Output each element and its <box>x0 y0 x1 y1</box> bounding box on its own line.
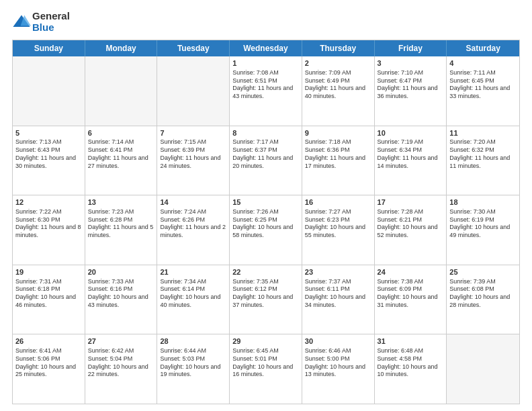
day-number: 28 <box>160 336 226 347</box>
day-info: Sunrise: 7:23 AM Sunset: 6:28 PM Dayligh… <box>88 208 154 240</box>
day-cell-20: 20Sunrise: 7:33 AM Sunset: 6:16 PM Dayli… <box>85 265 158 334</box>
day-info: Sunrise: 7:33 AM Sunset: 6:16 PM Dayligh… <box>88 278 154 310</box>
calendar-header: SundayMondayTuesdayWednesdayThursdayFrid… <box>13 40 519 56</box>
day-cell-27: 27Sunrise: 6:42 AM Sunset: 5:04 PM Dayli… <box>85 334 158 404</box>
day-number: 10 <box>378 128 444 138</box>
day-cell-22: 22Sunrise: 7:35 AM Sunset: 6:12 PM Dayli… <box>230 265 302 334</box>
day-number: 1 <box>232 58 299 68</box>
day-number: 14 <box>160 197 226 208</box>
day-cell-5: 5Sunrise: 7:13 AM Sunset: 6:43 PM Daylig… <box>13 126 85 195</box>
weekday-header-tuesday: Tuesday <box>157 40 230 56</box>
logo-icon <box>12 13 31 32</box>
day-info: Sunrise: 6:44 AM Sunset: 5:03 PM Dayligh… <box>160 347 226 379</box>
header: General Blue <box>12 11 520 33</box>
day-info: Sunrise: 7:30 AM Sunset: 6:19 PM Dayligh… <box>449 208 517 240</box>
day-number: 18 <box>449 197 517 208</box>
day-info: Sunrise: 7:22 AM Sunset: 6:30 PM Dayligh… <box>15 208 82 240</box>
day-number: 17 <box>378 197 444 208</box>
day-number: 21 <box>160 267 226 277</box>
day-cell-14: 14Sunrise: 7:24 AM Sunset: 6:26 PM Dayli… <box>157 195 230 265</box>
day-info: Sunrise: 7:14 AM Sunset: 6:41 PM Dayligh… <box>88 138 154 170</box>
day-number: 15 <box>232 197 299 208</box>
day-info: Sunrise: 7:27 AM Sunset: 6:23 PM Dayligh… <box>305 208 371 240</box>
day-cell-23: 23Sunrise: 7:37 AM Sunset: 6:11 PM Dayli… <box>302 265 375 334</box>
weekday-header-thursday: Thursday <box>302 40 375 56</box>
day-number: 19 <box>15 267 82 277</box>
day-info: Sunrise: 7:35 AM Sunset: 6:12 PM Dayligh… <box>232 278 299 310</box>
day-cell-15: 15Sunrise: 7:26 AM Sunset: 6:25 PM Dayli… <box>230 195 302 265</box>
calendar-row-4: 19Sunrise: 7:31 AM Sunset: 6:18 PM Dayli… <box>13 265 519 334</box>
day-number: 30 <box>305 336 371 347</box>
day-info: Sunrise: 7:09 AM Sunset: 6:49 PM Dayligh… <box>305 69 371 101</box>
day-cell-13: 13Sunrise: 7:23 AM Sunset: 6:28 PM Dayli… <box>85 195 158 265</box>
day-info: Sunrise: 7:08 AM Sunset: 6:51 PM Dayligh… <box>232 69 299 101</box>
day-cell-29: 29Sunrise: 6:45 AM Sunset: 5:01 PM Dayli… <box>230 334 302 404</box>
day-cell-2: 2Sunrise: 7:09 AM Sunset: 6:49 PM Daylig… <box>302 56 375 126</box>
day-number: 31 <box>378 336 444 347</box>
day-number: 4 <box>449 58 517 68</box>
day-cell-25: 25Sunrise: 7:39 AM Sunset: 6:08 PM Dayli… <box>447 265 519 334</box>
empty-cell <box>447 334 519 404</box>
page: General Blue SundayMondayTuesdayWednesda… <box>0 0 532 411</box>
calendar: SundayMondayTuesdayWednesdayThursdayFrid… <box>12 40 520 404</box>
day-cell-3: 3Sunrise: 7:10 AM Sunset: 6:47 PM Daylig… <box>375 56 447 126</box>
day-cell-9: 9Sunrise: 7:18 AM Sunset: 6:36 PM Daylig… <box>302 126 375 195</box>
day-cell-17: 17Sunrise: 7:28 AM Sunset: 6:21 PM Dayli… <box>375 195 447 265</box>
day-info: Sunrise: 7:18 AM Sunset: 6:36 PM Dayligh… <box>305 138 371 170</box>
day-info: Sunrise: 7:15 AM Sunset: 6:39 PM Dayligh… <box>160 138 226 170</box>
day-cell-4: 4Sunrise: 7:11 AM Sunset: 6:45 PM Daylig… <box>447 56 519 126</box>
day-cell-19: 19Sunrise: 7:31 AM Sunset: 6:18 PM Dayli… <box>13 265 85 334</box>
weekday-header-monday: Monday <box>85 40 158 56</box>
day-number: 3 <box>378 58 444 68</box>
logo: General Blue <box>12 11 70 33</box>
logo-text-general: General <box>32 11 70 22</box>
calendar-body: 1Sunrise: 7:08 AM Sunset: 6:51 PM Daylig… <box>13 56 519 404</box>
day-cell-18: 18Sunrise: 7:30 AM Sunset: 6:19 PM Dayli… <box>447 195 519 265</box>
empty-cell <box>85 56 158 126</box>
day-info: Sunrise: 7:39 AM Sunset: 6:08 PM Dayligh… <box>449 278 517 310</box>
day-number: 7 <box>160 128 226 138</box>
day-cell-30: 30Sunrise: 6:46 AM Sunset: 5:00 PM Dayli… <box>302 334 375 404</box>
day-info: Sunrise: 7:38 AM Sunset: 6:09 PM Dayligh… <box>378 278 444 310</box>
day-info: Sunrise: 7:34 AM Sunset: 6:14 PM Dayligh… <box>160 278 226 310</box>
day-number: 27 <box>88 336 154 347</box>
day-cell-26: 26Sunrise: 6:41 AM Sunset: 5:06 PM Dayli… <box>13 334 85 404</box>
day-cell-12: 12Sunrise: 7:22 AM Sunset: 6:30 PM Dayli… <box>13 195 85 265</box>
day-info: Sunrise: 7:26 AM Sunset: 6:25 PM Dayligh… <box>232 208 299 240</box>
logo-text-blue: Blue <box>32 22 70 34</box>
day-number: 24 <box>378 267 444 277</box>
day-info: Sunrise: 7:28 AM Sunset: 6:21 PM Dayligh… <box>378 208 444 240</box>
weekday-header-wednesday: Wednesday <box>230 40 302 56</box>
day-info: Sunrise: 7:31 AM Sunset: 6:18 PM Dayligh… <box>15 278 82 310</box>
weekday-header-saturday: Saturday <box>447 40 519 56</box>
calendar-row-5: 26Sunrise: 6:41 AM Sunset: 5:06 PM Dayli… <box>13 334 519 404</box>
day-cell-28: 28Sunrise: 6:44 AM Sunset: 5:03 PM Dayli… <box>157 334 230 404</box>
day-cell-24: 24Sunrise: 7:38 AM Sunset: 6:09 PM Dayli… <box>375 265 447 334</box>
day-info: Sunrise: 7:20 AM Sunset: 6:32 PM Dayligh… <box>449 138 517 170</box>
empty-cell <box>13 56 85 126</box>
weekday-header-sunday: Sunday <box>13 40 85 56</box>
day-number: 11 <box>449 128 517 138</box>
day-number: 9 <box>305 128 371 138</box>
day-number: 29 <box>232 336 299 347</box>
day-info: Sunrise: 7:37 AM Sunset: 6:11 PM Dayligh… <box>305 278 371 310</box>
day-info: Sunrise: 7:10 AM Sunset: 6:47 PM Dayligh… <box>378 69 444 101</box>
day-info: Sunrise: 7:24 AM Sunset: 6:26 PM Dayligh… <box>160 208 226 240</box>
day-number: 20 <box>88 267 154 277</box>
calendar-row-2: 5Sunrise: 7:13 AM Sunset: 6:43 PM Daylig… <box>13 126 519 195</box>
day-info: Sunrise: 7:17 AM Sunset: 6:37 PM Dayligh… <box>232 138 299 170</box>
day-cell-16: 16Sunrise: 7:27 AM Sunset: 6:23 PM Dayli… <box>302 195 375 265</box>
day-number: 25 <box>449 267 517 277</box>
day-cell-10: 10Sunrise: 7:19 AM Sunset: 6:34 PM Dayli… <box>375 126 447 195</box>
day-info: Sunrise: 6:45 AM Sunset: 5:01 PM Dayligh… <box>232 347 299 379</box>
day-info: Sunrise: 6:42 AM Sunset: 5:04 PM Dayligh… <box>88 347 154 379</box>
day-cell-8: 8Sunrise: 7:17 AM Sunset: 6:37 PM Daylig… <box>230 126 302 195</box>
empty-cell <box>157 56 230 126</box>
day-cell-31: 31Sunrise: 6:48 AM Sunset: 4:58 PM Dayli… <box>375 334 447 404</box>
day-cell-7: 7Sunrise: 7:15 AM Sunset: 6:39 PM Daylig… <box>157 126 230 195</box>
calendar-row-3: 12Sunrise: 7:22 AM Sunset: 6:30 PM Dayli… <box>13 195 519 265</box>
day-info: Sunrise: 6:41 AM Sunset: 5:06 PM Dayligh… <box>15 347 82 379</box>
day-info: Sunrise: 7:19 AM Sunset: 6:34 PM Dayligh… <box>378 138 444 170</box>
day-info: Sunrise: 7:11 AM Sunset: 6:45 PM Dayligh… <box>449 69 517 101</box>
day-number: 8 <box>232 128 299 138</box>
